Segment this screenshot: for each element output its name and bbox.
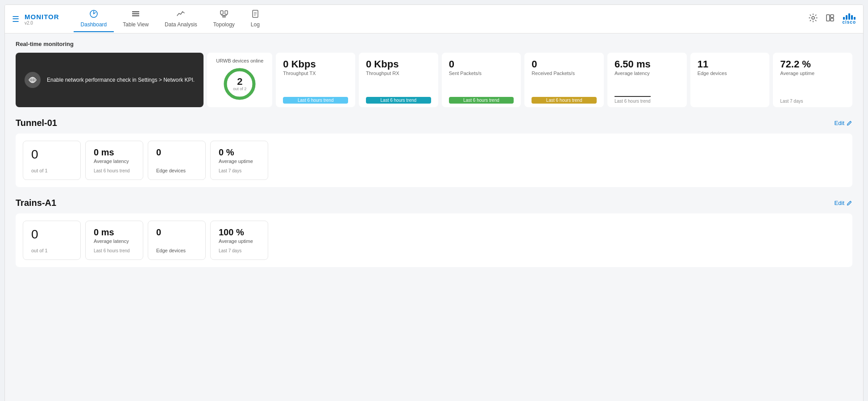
metric-badge-throughput-tx: Last 6 hours trend: [283, 97, 348, 104]
card-edge-lbl-ta1: Edge devices: [156, 248, 197, 253]
metric-badge-sent-packets: Last 6 hours trend: [449, 97, 514, 104]
metric-val-avg-latency: 6.50 ms: [615, 59, 651, 70]
group-edit-trains-a1[interactable]: Edit: [835, 200, 852, 206]
card-uptime-lbl-ta1: Average uptime: [219, 238, 260, 244]
card-uptime-days-t01: Last 7 days: [219, 168, 260, 173]
card-uptime-days-ta1: Last 7 days: [219, 248, 260, 253]
card-online-sub-ta1: out of 1: [31, 248, 72, 253]
gauge-number: 2: [233, 76, 246, 87]
group-cards-trains-a1: 0 out of 1 0 ms Average latency Last 6 h…: [23, 221, 845, 260]
metric-val-throughput-tx: 0 Kbps: [283, 59, 316, 70]
metric-throughput-rx: 0 Kbps Throughput RX Last 6 hours trend: [359, 53, 438, 107]
group-header-trains-a1: Trains-A1 Edit: [16, 198, 852, 208]
cisco-text: cisco: [842, 20, 856, 25]
card-latency-lbl-t01: Average latency: [94, 159, 135, 164]
section-title: Real-time monitoring: [16, 41, 852, 47]
card-edge-val-ta1: 0: [156, 227, 197, 238]
group-card-uptime-t01: 0 % Average uptime Last 7 days: [210, 141, 268, 180]
card-edge-val-t01: 0: [156, 147, 197, 158]
menu-icon[interactable]: ☰: [12, 14, 19, 24]
card-latency-trend-t01: Last 6 hours trend: [94, 168, 135, 173]
metric-lbl-sent-packets: Sent Packets/s: [449, 71, 482, 76]
nav-item-dashboard[interactable]: Dashboard: [74, 6, 114, 32]
group-title-tunnel01: Tunnel-01: [16, 118, 57, 128]
dashboard-icon: [89, 9, 98, 20]
cisco-bar-4: [851, 15, 853, 20]
nav-right: cisco: [808, 13, 856, 25]
metric-throughput-tx: 0 Kbps Throughput TX Last 6 hours trend: [276, 53, 355, 107]
card-online-val-t01: 0: [31, 147, 72, 162]
metric-val-received-packets: 0: [532, 59, 575, 70]
metric-lbl-received-packets: Received Packets/s: [532, 71, 575, 76]
card-latency-lbl-ta1: Average latency: [94, 238, 135, 244]
metric-lbl-avg-uptime: Average uptime: [780, 71, 814, 76]
brand-version: v2.0: [25, 21, 59, 25]
svg-rect-5: [225, 11, 228, 14]
metric-val-throughput-rx: 0 Kbps: [366, 59, 399, 70]
nav-items: Dashboard Table View Dat: [74, 6, 809, 32]
group-cards-tunnel01: 0 out of 1 0 ms Average latency Last 6 h…: [23, 141, 845, 180]
circle-gauge: 2 out of 2: [222, 66, 257, 102]
nav-label-log: Log: [251, 21, 260, 28]
svg-rect-4: [220, 11, 223, 14]
group-card-online-ta1: 0 out of 1: [23, 221, 81, 260]
main-content: Real-time monitoring Enable network perf…: [5, 33, 863, 401]
card-online-val-ta1: 0: [31, 227, 72, 242]
svg-rect-2: [132, 13, 139, 15]
group-edit-tunnel01[interactable]: Edit: [835, 120, 852, 126]
nav-label-data-analysis: Data Analysis: [165, 21, 197, 28]
group-header-tunnel01: Tunnel-01 Edit: [16, 118, 852, 128]
card-latency-val-ta1: 0 ms: [94, 227, 135, 238]
nav-label-table-view: Table View: [123, 21, 149, 28]
settings-icon[interactable]: [808, 13, 818, 25]
nav-item-log[interactable]: Log: [244, 6, 267, 32]
monitoring-bar: Enable network performance check in Sett…: [16, 53, 852, 107]
card-online-sub-t01: out of 1: [31, 168, 72, 173]
card-uptime-val-ta1: 100 %: [219, 227, 260, 238]
svg-rect-3: [132, 15, 139, 17]
metric-avg-latency: 6.50 ms Average latency Last 6 hours tre…: [607, 53, 687, 107]
card-latency-trend-ta1: Last 6 hours trend: [94, 248, 135, 253]
cisco-bar-2: [846, 15, 847, 20]
group-title-trains-a1: Trains-A1: [16, 198, 56, 208]
dark-card-text: Enable network performance check in Sett…: [47, 76, 195, 84]
brand-name: MONITOR: [25, 13, 59, 21]
nav-item-table-view[interactable]: Table View: [116, 6, 156, 32]
group-card-latency-t01: 0 ms Average latency Last 6 hours trend: [85, 141, 143, 180]
gauge-text: 2 out of 2: [233, 76, 246, 92]
edit-label-tunnel01: Edit: [835, 120, 844, 126]
metric-avg-uptime: 72.2 % Average uptime Last 7 days: [773, 53, 852, 107]
metric-lbl-edge-devices: Edge devices: [698, 71, 727, 76]
data-analysis-icon: [176, 9, 185, 20]
topology-icon: [220, 9, 228, 20]
edit-label-trains-a1: Edit: [835, 200, 844, 206]
svg-rect-17: [826, 15, 830, 21]
card-uptime-val-t01: 0 %: [219, 147, 260, 158]
monitor-dark-card: Enable network performance check in Sett…: [16, 53, 204, 107]
svg-rect-1: [132, 11, 139, 13]
metric-sent-packets: 0 Sent Packets/s Last 6 hours trend: [442, 53, 521, 107]
card-uptime-lbl-t01: Average uptime: [219, 159, 260, 164]
metric-lbl-throughput-tx: Throughput TX: [283, 71, 316, 76]
nav-label-dashboard: Dashboard: [81, 21, 107, 28]
metric-val-edge-devices: 11: [698, 59, 727, 70]
nav-item-topology[interactable]: Topology: [206, 6, 242, 32]
cisco-logo: cisco: [842, 13, 856, 25]
gauge-sub: out of 2: [233, 87, 246, 92]
nav-item-data-analysis[interactable]: Data Analysis: [158, 6, 204, 32]
top-nav: ☰ MONITOR v2.0 Dashboard: [5, 5, 863, 33]
group-card-uptime-ta1: 100 % Average uptime Last 7 days: [210, 221, 268, 260]
nav-brand: MONITOR v2.0: [25, 13, 59, 25]
metric-lbl-avg-latency: Average latency: [615, 71, 651, 76]
circle-label: URWB devices online: [216, 58, 263, 63]
metric-received-packets: 0 Received Packets/s Last 6 hours trend: [524, 53, 604, 107]
log-icon: [251, 9, 260, 20]
metric-badge-received-packets: Last 6 hours trend: [532, 97, 597, 104]
metric-edge-devices: 11 Edge devices: [690, 53, 770, 107]
group-card-latency-ta1: 0 ms Average latency Last 6 hours trend: [85, 221, 143, 260]
group-card-edge-ta1: 0 Edge devices: [148, 221, 206, 260]
metric-badge-throughput-rx: Last 6 hours trend: [366, 97, 431, 104]
group-card-edge-t01: 0 Edge devices: [148, 141, 206, 180]
user-icon[interactable]: [825, 13, 835, 25]
card-latency-val-t01: 0 ms: [94, 147, 135, 158]
